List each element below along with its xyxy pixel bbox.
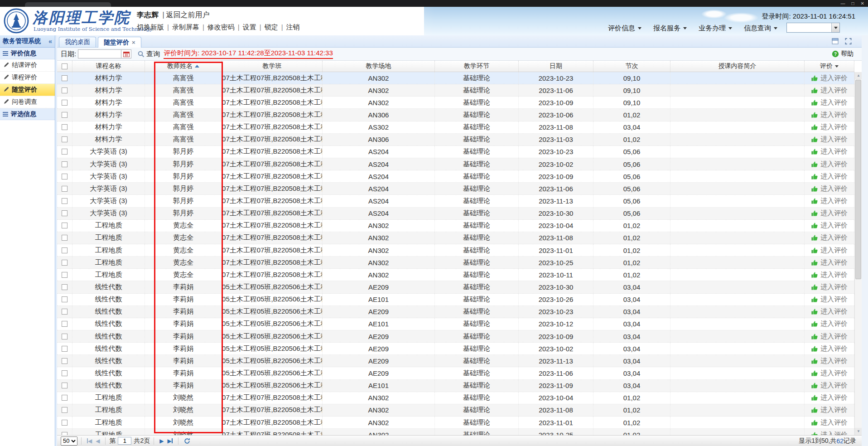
header-combobox[interactable] <box>786 23 840 33</box>
enter-evaluation-link[interactable]: 进入评价 <box>820 160 848 169</box>
row-checkbox[interactable] <box>62 272 68 278</box>
tab-随堂评价[interactable]: 随堂评价× <box>98 37 141 48</box>
table-row[interactable]: 材料力学高富强B220507土木工程07班,B220508土木工程08班AN30… <box>57 134 854 146</box>
enter-evaluation-link[interactable]: 进入评价 <box>820 369 848 378</box>
column-header-评价[interactable]: 评价 <box>805 61 854 72</box>
row-checkbox[interactable] <box>62 260 68 266</box>
row-checkbox[interactable] <box>62 346 68 352</box>
table-row[interactable]: 工程地质黄志全B220507土木工程07班,B220508土木工程08班AN30… <box>57 220 854 232</box>
sidebar-item-课程评价[interactable]: 课程评价 <box>0 72 55 84</box>
row-checkbox[interactable] <box>62 75 68 81</box>
enter-evaluation-link[interactable]: 进入评价 <box>820 393 848 402</box>
table-row[interactable]: 大学英语 (3)郭月婷B220507土木工程07班,B220508土木工程08班… <box>57 170 854 183</box>
tab-close-icon[interactable]: × <box>132 39 135 46</box>
enter-evaluation-link[interactable]: 进入评价 <box>820 246 848 255</box>
table-row[interactable]: 工程地质刘晓然B220507土木工程07班,B220508土木工程08班AN30… <box>57 429 854 435</box>
enter-evaluation-link[interactable]: 进入评价 <box>820 418 848 427</box>
quick-link-1[interactable]: 切换新版 <box>137 23 164 31</box>
enter-evaluation-link[interactable]: 进入评价 <box>820 135 848 144</box>
table-row[interactable]: 大学英语 (3)郭月婷B220507土木工程07班,B220508土木工程08班… <box>57 208 854 220</box>
search-button[interactable]: 查询 <box>138 50 160 58</box>
enter-evaluation-link[interactable]: 进入评价 <box>820 98 848 107</box>
enter-evaluation-link[interactable]: 进入评价 <box>820 172 848 181</box>
table-row[interactable]: 大学英语 (3)郭月婷B220507土木工程07班,B220508土木工程08班… <box>57 158 854 170</box>
table-row[interactable]: 材料力学高富强B220507土木工程07班,B220508土木工程08班AS30… <box>57 121 854 134</box>
table-row[interactable]: 工程地质刘晓然B220507土木工程07班,B220508土木工程08班AN30… <box>57 404 854 417</box>
fullscreen-icon[interactable] <box>845 38 852 46</box>
table-row[interactable]: 线性代数李莉娟B220505土木工程05班,B220506土木工程06班AE20… <box>57 330 854 343</box>
enter-evaluation-link[interactable]: 进入评价 <box>820 344 848 353</box>
table-row[interactable]: 工程地质刘晓然B220507土木工程07班,B220508土木工程08班AN30… <box>57 392 854 404</box>
table-row[interactable]: 材料力学高富强B220507土木工程07班,B220508土木工程08班AN30… <box>57 72 854 84</box>
enter-evaluation-link[interactable]: 进入评价 <box>820 233 848 242</box>
column-header-日期[interactable]: 日期 <box>519 61 593 72</box>
tab-我的桌面[interactable]: 我的桌面 <box>59 37 96 47</box>
enter-evaluation-link[interactable]: 进入评价 <box>820 147 848 156</box>
enter-evaluation-link[interactable]: 进入评价 <box>820 271 848 279</box>
date-input[interactable] <box>78 49 121 58</box>
enter-evaluation-link[interactable]: 进入评价 <box>820 74 848 82</box>
page-number-input[interactable] <box>118 437 131 445</box>
return-prev-user-link[interactable]: 返回之前用户 <box>166 11 210 19</box>
row-checkbox[interactable] <box>62 395 68 401</box>
row-checkbox[interactable] <box>62 432 68 435</box>
sidebar-group-2[interactable]: 评选信息 <box>0 108 55 120</box>
quick-link-4[interactable]: 设置 <box>243 23 256 31</box>
nav-menu-3[interactable]: 业务办理 <box>699 24 732 33</box>
first-page-button[interactable]: ◀ <box>87 438 92 444</box>
table-row[interactable]: 线性代数李莉娟B220505土木工程05班,B220506土木工程06班AE10… <box>57 294 854 306</box>
table-row[interactable]: 线性代数李莉娟B220505土木工程05班,B220506土木工程06班AE10… <box>57 318 854 330</box>
row-checkbox[interactable] <box>62 210 68 216</box>
scroll-up-icon[interactable]: ▲ <box>855 72 862 79</box>
table-row[interactable]: 线性代数李莉娟B220505土木工程05班,B220506土木工程06班AE20… <box>57 355 854 367</box>
window-minimize-icon[interactable]: — <box>841 1 845 6</box>
enter-evaluation-link[interactable]: 进入评价 <box>820 381 848 390</box>
browser-tab[interactable] <box>25 2 111 7</box>
row-checkbox[interactable] <box>62 100 68 106</box>
quick-link-3[interactable]: 修改密码 <box>207 23 235 31</box>
table-row[interactable]: 材料力学高富强B220507土木工程07班,B220508土木工程08班AN30… <box>57 109 854 121</box>
row-checkbox[interactable] <box>62 334 68 339</box>
combobox-dropdown-button[interactable] <box>831 23 839 32</box>
row-checkbox[interactable] <box>62 235 68 241</box>
nav-menu-1[interactable]: 评价信息 <box>608 24 641 33</box>
row-checkbox[interactable] <box>62 174 68 179</box>
enter-evaluation-link[interactable]: 进入评价 <box>820 184 848 193</box>
row-checkbox[interactable] <box>62 198 68 204</box>
nav-menu-2[interactable]: 报名服务 <box>653 24 687 33</box>
column-header-节次[interactable]: 节次 <box>593 61 670 72</box>
enter-evaluation-link[interactable]: 进入评价 <box>820 406 848 414</box>
prev-page-button[interactable]: ◀ <box>96 438 100 444</box>
column-header-教师姓名[interactable]: 教师姓名 <box>145 61 222 72</box>
row-checkbox[interactable] <box>62 321 68 327</box>
scroll-down-icon[interactable]: ▼ <box>855 428 862 435</box>
table-row[interactable]: 大学英语 (3)郭月婷B220507土木工程07班,B220508土木工程08班… <box>57 183 854 195</box>
enter-evaluation-link[interactable]: 进入评价 <box>820 123 848 131</box>
table-row[interactable]: 线性代数李莉娟B220505土木工程05班,B220506土木工程06班AE20… <box>57 367 854 379</box>
window-close-icon[interactable]: ✕ <box>861 1 864 6</box>
row-checkbox[interactable] <box>62 247 68 253</box>
enter-evaluation-link[interactable]: 进入评价 <box>820 209 848 218</box>
column-header-授课内容简介[interactable]: 授课内容简介 <box>670 61 805 72</box>
combobox-input[interactable] <box>787 23 831 32</box>
row-checkbox[interactable] <box>62 149 68 155</box>
enter-evaluation-link[interactable]: 进入评价 <box>820 111 848 119</box>
sidebar-collapse-icon[interactable]: « <box>48 38 52 45</box>
sidebar-group-1[interactable]: 评价信息 <box>0 48 55 59</box>
table-row[interactable]: 线性代数李莉娟B220505土木工程05班,B220506土木工程06班AE10… <box>57 380 854 392</box>
row-checkbox[interactable] <box>62 186 68 192</box>
enter-evaluation-link[interactable]: 进入评价 <box>820 221 848 230</box>
last-page-button[interactable]: ▶ <box>168 438 173 444</box>
row-checkbox[interactable] <box>62 420 68 426</box>
column-menu-icon[interactable] <box>835 65 839 68</box>
refresh-button[interactable] <box>184 438 190 444</box>
grid-vertical-scrollbar[interactable]: ▲ ▼ <box>854 72 862 435</box>
quick-link-6[interactable]: 注销 <box>286 23 300 31</box>
row-checkbox[interactable] <box>62 296 68 302</box>
row-checkbox[interactable] <box>62 407 68 413</box>
nav-menu-4[interactable]: 信息查询 <box>744 24 777 33</box>
page-size-select[interactable]: 50 <box>61 436 77 446</box>
table-row[interactable]: 工程地质刘晓然B220507土木工程07班,B220508土木工程08班AN30… <box>57 417 854 429</box>
table-row[interactable]: 线性代数李莉娟B220505土木工程05班,B220506土木工程06班AE20… <box>57 343 854 355</box>
enter-evaluation-link[interactable]: 进入评价 <box>820 332 848 341</box>
